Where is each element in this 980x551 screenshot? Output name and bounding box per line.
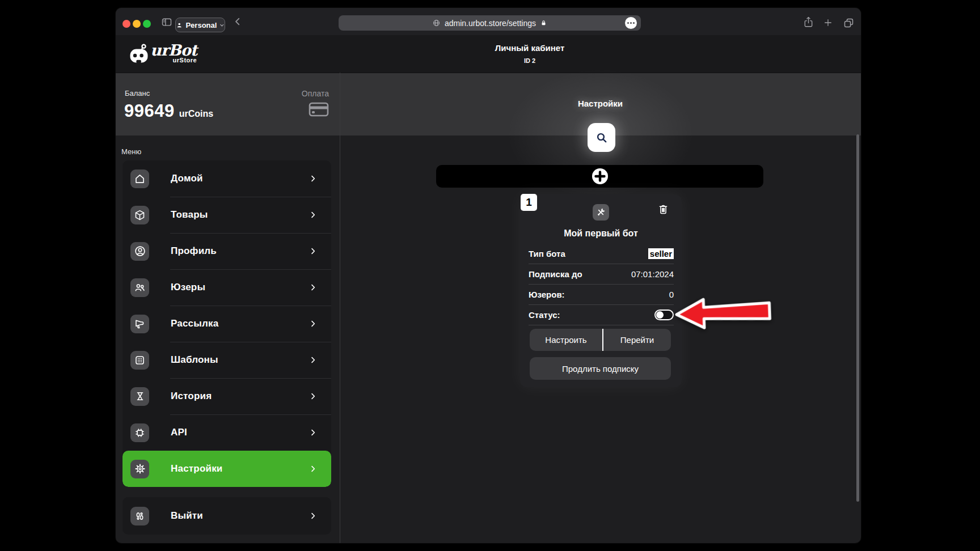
robot-icon xyxy=(129,42,149,66)
extend-subscription-button[interactable]: Продлить подписку xyxy=(530,357,671,380)
sidebar-item-settings[interactable]: Настройки xyxy=(122,451,331,487)
credit-card-icon xyxy=(309,101,329,117)
sidebar-item-api[interactable]: API xyxy=(122,414,331,451)
profile-label: Personal xyxy=(185,21,217,29)
users-icon xyxy=(130,278,149,297)
browser-window: Personal admin.urbot.store/settings xyxy=(116,8,861,543)
sidebar-menu: Домой Товары xyxy=(122,160,331,487)
chevron-right-icon xyxy=(309,511,318,520)
page-title: Личный кабинет xyxy=(495,43,565,54)
minimize-window-button[interactable] xyxy=(133,20,141,28)
back-button[interactable] xyxy=(233,16,243,27)
balance-value: 99649 xyxy=(124,101,175,121)
chevron-right-icon xyxy=(309,428,318,437)
users-count-row: Юзеров: 0 xyxy=(529,285,674,305)
plus-icon xyxy=(592,168,609,185)
person-icon xyxy=(176,22,183,29)
desktop: Personal admin.urbot.store/settings xyxy=(0,0,980,551)
browser-toolbar: Personal admin.urbot.store/settings xyxy=(116,8,861,36)
url-text: admin.urbot.store/settings xyxy=(445,19,536,28)
open-bot-button[interactable]: Перейти xyxy=(603,329,671,351)
gear-icon xyxy=(130,460,149,478)
payment-label: Оплата xyxy=(298,89,329,98)
sidebar-item-broadcast[interactable]: Рассылка xyxy=(122,306,331,342)
megaphone-icon xyxy=(130,315,149,333)
bot-details: Тип бота seller Подписка до 07:01:2024 Ю… xyxy=(529,244,674,325)
profile-icon xyxy=(130,242,149,261)
sidebar-item-logout[interactable]: Выйти xyxy=(122,497,331,535)
bot-avatar xyxy=(593,204,609,221)
sidebar-item-history[interactable]: История xyxy=(122,378,331,414)
annotation-arrow xyxy=(673,293,775,333)
home-icon xyxy=(130,169,149,188)
templates-icon xyxy=(130,351,149,370)
sidebar-divider xyxy=(340,73,340,543)
chevron-right-icon xyxy=(309,210,318,219)
search-icon xyxy=(595,131,609,145)
urbot-logo[interactable]: urBot urStore xyxy=(129,42,197,66)
globe-icon xyxy=(432,19,441,27)
sidebar-item-home[interactable]: Домой xyxy=(122,160,331,197)
sidebar-item-profile[interactable]: Профиль xyxy=(122,233,331,269)
section-title: Настройки xyxy=(340,99,861,108)
bot-type-badge: seller xyxy=(648,248,674,259)
bot-card: Мой первый бот Тип бота seller Подписка … xyxy=(520,194,682,387)
chevron-right-icon xyxy=(309,247,318,256)
balance-currency: urCoins xyxy=(179,109,213,119)
sidebar-toggle-icon[interactable] xyxy=(161,16,172,28)
bot-index-badge: 1 xyxy=(521,194,537,211)
status-toggle[interactable] xyxy=(654,310,674,320)
menu-label: Меню xyxy=(121,147,141,156)
site-header: urBot urStore Личный кабинет ID 2 xyxy=(116,35,861,73)
chevron-right-icon xyxy=(309,392,318,401)
sidebar-item-products[interactable]: Товары xyxy=(122,197,331,233)
chevron-right-icon xyxy=(309,319,318,328)
balance: 99649 urCoins xyxy=(124,101,213,121)
page-scrollbar[interactable] xyxy=(856,134,859,502)
logout-card: Выйти xyxy=(122,497,331,535)
bot-actions: Настроить Перейти xyxy=(530,329,671,351)
status-row: Статус: xyxy=(529,305,674,325)
chevron-right-icon xyxy=(309,355,318,364)
chevron-down-icon xyxy=(219,23,225,28)
balance-label: Баланс xyxy=(125,89,150,98)
tools-icon xyxy=(595,207,606,218)
chevron-right-icon xyxy=(309,464,318,473)
configure-button[interactable]: Настроить xyxy=(530,329,602,351)
page-menu-button[interactable] xyxy=(625,17,637,29)
address-bar[interactable]: admin.urbot.store/settings xyxy=(339,15,641,31)
add-bot-button[interactable] xyxy=(436,165,763,188)
toggle-knob xyxy=(656,311,664,319)
subscription-row: Подписка до 07:01:2024 xyxy=(529,264,674,285)
footprints-icon xyxy=(130,507,149,525)
chevron-right-icon xyxy=(309,174,318,183)
close-window-button[interactable] xyxy=(122,20,130,28)
search-button[interactable] xyxy=(588,123,615,152)
lock-icon xyxy=(540,19,547,27)
payment-button[interactable]: Оплата xyxy=(298,89,329,117)
chevron-right-icon xyxy=(309,283,318,292)
tab-overview-icon[interactable] xyxy=(843,17,855,29)
sidebar-item-templates[interactable]: Шаблоны xyxy=(122,342,331,378)
chip-icon xyxy=(130,423,149,442)
zoom-window-button[interactable] xyxy=(143,20,151,28)
account-id: ID 2 xyxy=(495,57,565,64)
history-icon xyxy=(130,387,149,406)
bot-name: Мой первый бот xyxy=(520,228,682,239)
delete-bot-button[interactable] xyxy=(656,202,670,217)
trash-icon xyxy=(657,203,669,216)
box-icon xyxy=(130,206,149,224)
new-tab-icon[interactable] xyxy=(823,18,833,27)
profile-button[interactable]: Personal xyxy=(175,18,225,32)
bot-type-row: Тип бота seller xyxy=(529,244,674,264)
share-icon[interactable] xyxy=(803,16,814,28)
sidebar-item-users[interactable]: Юзеры xyxy=(122,269,331,306)
